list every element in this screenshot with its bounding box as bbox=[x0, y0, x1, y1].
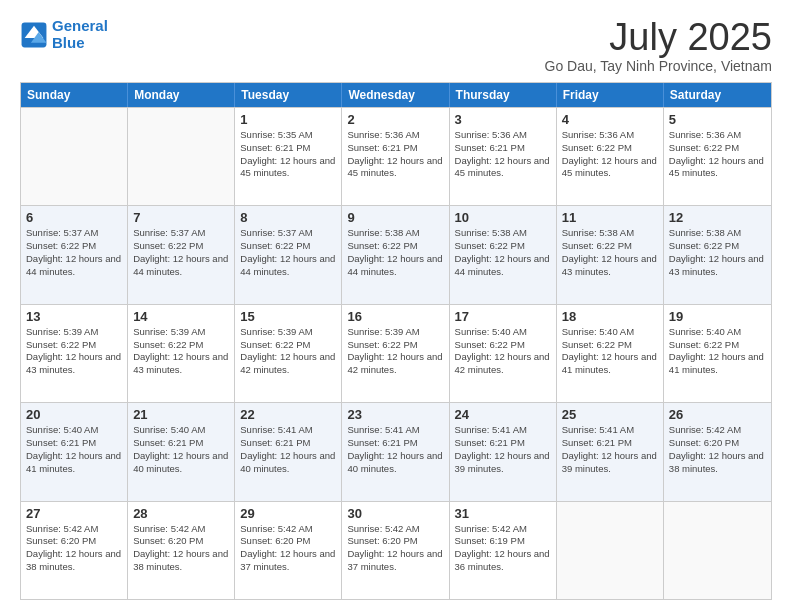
page: General Blue July 2025 Go Dau, Tay Ninh … bbox=[0, 0, 792, 612]
calendar-cell: 23Sunrise: 5:41 AM Sunset: 6:21 PM Dayli… bbox=[342, 403, 449, 500]
day-info: Sunrise: 5:41 AM Sunset: 6:21 PM Dayligh… bbox=[562, 424, 658, 475]
calendar-cell: 27Sunrise: 5:42 AM Sunset: 6:20 PM Dayli… bbox=[21, 502, 128, 599]
day-info: Sunrise: 5:40 AM Sunset: 6:21 PM Dayligh… bbox=[133, 424, 229, 475]
day-info: Sunrise: 5:36 AM Sunset: 6:21 PM Dayligh… bbox=[455, 129, 551, 180]
day-number: 5 bbox=[669, 112, 766, 127]
calendar-cell: 28Sunrise: 5:42 AM Sunset: 6:20 PM Dayli… bbox=[128, 502, 235, 599]
day-info: Sunrise: 5:38 AM Sunset: 6:22 PM Dayligh… bbox=[669, 227, 766, 278]
day-number: 18 bbox=[562, 309, 658, 324]
day-info: Sunrise: 5:39 AM Sunset: 6:22 PM Dayligh… bbox=[26, 326, 122, 377]
calendar-row-1: 1Sunrise: 5:35 AM Sunset: 6:21 PM Daylig… bbox=[21, 107, 771, 205]
calendar-cell: 25Sunrise: 5:41 AM Sunset: 6:21 PM Dayli… bbox=[557, 403, 664, 500]
calendar-cell: 11Sunrise: 5:38 AM Sunset: 6:22 PM Dayli… bbox=[557, 206, 664, 303]
day-info: Sunrise: 5:42 AM Sunset: 6:19 PM Dayligh… bbox=[455, 523, 551, 574]
calendar-cell: 18Sunrise: 5:40 AM Sunset: 6:22 PM Dayli… bbox=[557, 305, 664, 402]
calendar-header: SundayMondayTuesdayWednesdayThursdayFrid… bbox=[21, 83, 771, 107]
day-number: 4 bbox=[562, 112, 658, 127]
day-number: 6 bbox=[26, 210, 122, 225]
calendar-cell: 3Sunrise: 5:36 AM Sunset: 6:21 PM Daylig… bbox=[450, 108, 557, 205]
day-info: Sunrise: 5:37 AM Sunset: 6:22 PM Dayligh… bbox=[133, 227, 229, 278]
calendar-cell: 8Sunrise: 5:37 AM Sunset: 6:22 PM Daylig… bbox=[235, 206, 342, 303]
calendar-cell: 12Sunrise: 5:38 AM Sunset: 6:22 PM Dayli… bbox=[664, 206, 771, 303]
day-info: Sunrise: 5:36 AM Sunset: 6:22 PM Dayligh… bbox=[562, 129, 658, 180]
day-number: 12 bbox=[669, 210, 766, 225]
logo: General Blue bbox=[20, 18, 108, 51]
day-info: Sunrise: 5:41 AM Sunset: 6:21 PM Dayligh… bbox=[455, 424, 551, 475]
calendar-cell bbox=[557, 502, 664, 599]
calendar-cell: 16Sunrise: 5:39 AM Sunset: 6:22 PM Dayli… bbox=[342, 305, 449, 402]
calendar-cell: 7Sunrise: 5:37 AM Sunset: 6:22 PM Daylig… bbox=[128, 206, 235, 303]
day-info: Sunrise: 5:36 AM Sunset: 6:21 PM Dayligh… bbox=[347, 129, 443, 180]
calendar-cell: 26Sunrise: 5:42 AM Sunset: 6:20 PM Dayli… bbox=[664, 403, 771, 500]
day-number: 8 bbox=[240, 210, 336, 225]
day-number: 23 bbox=[347, 407, 443, 422]
day-number: 25 bbox=[562, 407, 658, 422]
header-day-monday: Monday bbox=[128, 83, 235, 107]
calendar-cell: 24Sunrise: 5:41 AM Sunset: 6:21 PM Dayli… bbox=[450, 403, 557, 500]
calendar-row-4: 20Sunrise: 5:40 AM Sunset: 6:21 PM Dayli… bbox=[21, 402, 771, 500]
day-number: 7 bbox=[133, 210, 229, 225]
day-info: Sunrise: 5:42 AM Sunset: 6:20 PM Dayligh… bbox=[240, 523, 336, 574]
calendar-cell: 13Sunrise: 5:39 AM Sunset: 6:22 PM Dayli… bbox=[21, 305, 128, 402]
month-title: July 2025 bbox=[545, 18, 773, 56]
day-number: 21 bbox=[133, 407, 229, 422]
title-block: July 2025 Go Dau, Tay Ninh Province, Vie… bbox=[545, 18, 773, 74]
calendar-cell: 2Sunrise: 5:36 AM Sunset: 6:21 PM Daylig… bbox=[342, 108, 449, 205]
header-day-tuesday: Tuesday bbox=[235, 83, 342, 107]
day-info: Sunrise: 5:39 AM Sunset: 6:22 PM Dayligh… bbox=[240, 326, 336, 377]
calendar-cell: 19Sunrise: 5:40 AM Sunset: 6:22 PM Dayli… bbox=[664, 305, 771, 402]
header-day-thursday: Thursday bbox=[450, 83, 557, 107]
calendar-row-5: 27Sunrise: 5:42 AM Sunset: 6:20 PM Dayli… bbox=[21, 501, 771, 599]
day-info: Sunrise: 5:41 AM Sunset: 6:21 PM Dayligh… bbox=[347, 424, 443, 475]
day-number: 30 bbox=[347, 506, 443, 521]
day-info: Sunrise: 5:42 AM Sunset: 6:20 PM Dayligh… bbox=[347, 523, 443, 574]
day-info: Sunrise: 5:37 AM Sunset: 6:22 PM Dayligh… bbox=[240, 227, 336, 278]
day-number: 16 bbox=[347, 309, 443, 324]
header-day-saturday: Saturday bbox=[664, 83, 771, 107]
calendar-body: 1Sunrise: 5:35 AM Sunset: 6:21 PM Daylig… bbox=[21, 107, 771, 599]
calendar-cell: 10Sunrise: 5:38 AM Sunset: 6:22 PM Dayli… bbox=[450, 206, 557, 303]
day-number: 31 bbox=[455, 506, 551, 521]
day-info: Sunrise: 5:36 AM Sunset: 6:22 PM Dayligh… bbox=[669, 129, 766, 180]
day-info: Sunrise: 5:39 AM Sunset: 6:22 PM Dayligh… bbox=[133, 326, 229, 377]
day-number: 20 bbox=[26, 407, 122, 422]
day-number: 24 bbox=[455, 407, 551, 422]
day-number: 3 bbox=[455, 112, 551, 127]
day-number: 10 bbox=[455, 210, 551, 225]
logo-general: General bbox=[52, 17, 108, 34]
day-info: Sunrise: 5:38 AM Sunset: 6:22 PM Dayligh… bbox=[455, 227, 551, 278]
day-info: Sunrise: 5:42 AM Sunset: 6:20 PM Dayligh… bbox=[133, 523, 229, 574]
day-info: Sunrise: 5:35 AM Sunset: 6:21 PM Dayligh… bbox=[240, 129, 336, 180]
day-info: Sunrise: 5:42 AM Sunset: 6:20 PM Dayligh… bbox=[669, 424, 766, 475]
day-number: 22 bbox=[240, 407, 336, 422]
calendar-cell bbox=[664, 502, 771, 599]
header-day-friday: Friday bbox=[557, 83, 664, 107]
day-number: 19 bbox=[669, 309, 766, 324]
calendar-cell: 4Sunrise: 5:36 AM Sunset: 6:22 PM Daylig… bbox=[557, 108, 664, 205]
calendar-cell: 5Sunrise: 5:36 AM Sunset: 6:22 PM Daylig… bbox=[664, 108, 771, 205]
day-info: Sunrise: 5:38 AM Sunset: 6:22 PM Dayligh… bbox=[347, 227, 443, 278]
logo-icon bbox=[20, 21, 48, 49]
day-info: Sunrise: 5:40 AM Sunset: 6:21 PM Dayligh… bbox=[26, 424, 122, 475]
calendar-cell: 31Sunrise: 5:42 AM Sunset: 6:19 PM Dayli… bbox=[450, 502, 557, 599]
calendar-cell: 15Sunrise: 5:39 AM Sunset: 6:22 PM Dayli… bbox=[235, 305, 342, 402]
day-number: 2 bbox=[347, 112, 443, 127]
day-info: Sunrise: 5:40 AM Sunset: 6:22 PM Dayligh… bbox=[669, 326, 766, 377]
calendar-cell: 21Sunrise: 5:40 AM Sunset: 6:21 PM Dayli… bbox=[128, 403, 235, 500]
day-number: 9 bbox=[347, 210, 443, 225]
day-info: Sunrise: 5:37 AM Sunset: 6:22 PM Dayligh… bbox=[26, 227, 122, 278]
day-number: 15 bbox=[240, 309, 336, 324]
logo-text: General Blue bbox=[52, 18, 108, 51]
calendar-cell bbox=[21, 108, 128, 205]
day-number: 28 bbox=[133, 506, 229, 521]
day-info: Sunrise: 5:40 AM Sunset: 6:22 PM Dayligh… bbox=[455, 326, 551, 377]
day-info: Sunrise: 5:39 AM Sunset: 6:22 PM Dayligh… bbox=[347, 326, 443, 377]
calendar-cell bbox=[128, 108, 235, 205]
header-day-wednesday: Wednesday bbox=[342, 83, 449, 107]
day-number: 1 bbox=[240, 112, 336, 127]
day-number: 11 bbox=[562, 210, 658, 225]
logo-blue: Blue bbox=[52, 34, 85, 51]
calendar-cell: 6Sunrise: 5:37 AM Sunset: 6:22 PM Daylig… bbox=[21, 206, 128, 303]
calendar-cell: 20Sunrise: 5:40 AM Sunset: 6:21 PM Dayli… bbox=[21, 403, 128, 500]
calendar-row-2: 6Sunrise: 5:37 AM Sunset: 6:22 PM Daylig… bbox=[21, 205, 771, 303]
